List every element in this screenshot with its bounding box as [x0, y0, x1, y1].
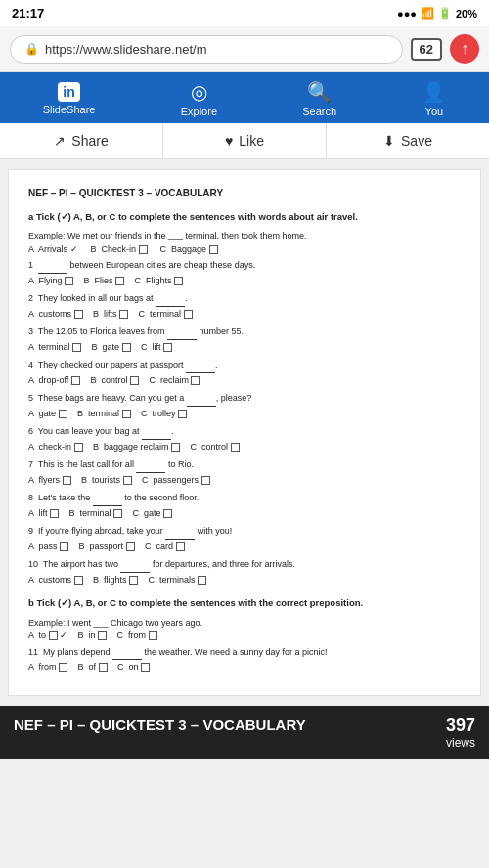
question-1: 1 between European cities are cheap thes… [28, 259, 461, 287]
example-a: Example: We met our friends in the ___ t… [28, 230, 461, 256]
ex-a-opt-c: C Baggage [160, 243, 218, 257]
bottom-title: NEF – PI – QUICKTEST 3 – VOCABULARY [14, 716, 306, 735]
question-7: 7 This is the last call for all to Rio. … [28, 458, 461, 487]
q10-text: 10 The airport has two for departures, a… [28, 558, 461, 573]
share-icon: ↗ [54, 133, 66, 149]
ex-a-opt-b: B Check-in [91, 243, 148, 257]
q8-text: 8 Let's take the to the second floor. [28, 492, 461, 506]
bottom-bar: NEF – PI – QUICKTEST 3 – VOCABULARY 397 … [0, 706, 489, 760]
q10-options: A customs B flights C terminals [28, 574, 461, 587]
q5-text: 5 These bags are heavy. Can you get a , … [28, 392, 461, 407]
q1-text: 1 between European cities are cheap thes… [28, 259, 461, 274]
share-button[interactable]: ↗ Share [0, 123, 163, 158]
q11-options: A from B of C on [28, 661, 461, 674]
save-label: Save [401, 133, 432, 149]
question-2: 2 They looked in all our bags at . A cus… [28, 292, 461, 321]
action-bar: ↗ Share ♥ Like ⬇ Save [0, 123, 489, 159]
explore-icon: ◎ [191, 80, 207, 104]
lock-icon: 🔒 [24, 42, 39, 56]
nav-item-search[interactable]: 🔍 Search [302, 80, 336, 117]
question-5: 5 These bags are heavy. Can you get a , … [28, 392, 461, 420]
q7-options: A flyers B tourists C passengers [28, 474, 461, 488]
doc-title: NEF – PI – QUICKTEST 3 – VOCABULARY [28, 186, 461, 200]
q6-text: 6 You can leave your bag at . [28, 425, 461, 440]
status-icons: ●●● 📶 🔋 20% [397, 7, 477, 20]
nav-label-you: You [425, 106, 444, 117]
save-button[interactable]: ⬇ Save [327, 123, 489, 158]
q8-options: A lift B terminal C gate [28, 507, 461, 521]
q11-text: 11 My plans depend the weather. We need … [28, 646, 461, 661]
q3-options: A terminal B gate C lift [28, 341, 461, 355]
views-block: 397 views [446, 716, 475, 750]
question-9: 9 If you're flying abroad, take your wit… [28, 525, 461, 553]
heart-icon: ♥ [225, 133, 233, 149]
nav-label-explore: Explore [181, 106, 217, 117]
section-b-label: b Tick (✓) A, B, or C to complete the se… [28, 596, 461, 610]
question-11: 11 My plans depend the weather. We need … [28, 646, 461, 674]
q4-text: 4 They checked our papers at passport . [28, 359, 461, 373]
slideshare-icon: in [58, 82, 79, 102]
views-count: 397 [446, 716, 475, 736]
q4-options: A drop-off B control C reclaim [28, 374, 461, 388]
example-a-text: Example: We met our friends in the ___ t… [28, 230, 461, 243]
example-b-text: Example: I went ___ Chicago two years ag… [28, 617, 461, 630]
refresh-button[interactable]: ↑ [450, 34, 479, 64]
you-icon: 👤 [422, 80, 446, 104]
nav-bar: in SlideShare ◎ Explore 🔍 Search 👤 You [0, 72, 489, 123]
question-10: 10 The airport has two for departures, a… [28, 558, 461, 586]
q9-options: A pass B passport C card [28, 541, 461, 554]
q3-text: 3 The 12.05 to Florida leaves from numbe… [28, 326, 461, 340]
document-area: NEF – PI – QUICKTEST 3 – VOCABULARY a Ti… [8, 169, 481, 696]
share-label: Share [71, 133, 108, 149]
example-b-options: A to ✓ B in C from [28, 629, 461, 643]
nav-item-explore[interactable]: ◎ Explore [181, 80, 217, 117]
tab-count[interactable]: 62 [411, 38, 442, 61]
nav-label-search: Search [302, 106, 336, 117]
battery-icon: 🔋 [438, 7, 452, 20]
nav-label-slideshare: SlideShare [43, 104, 96, 115]
like-button[interactable]: ♥ Like [163, 123, 327, 158]
q2-text: 2 They looked in all our bags at . [28, 292, 461, 307]
q5-options: A gate B terminal C trolley [28, 408, 461, 421]
status-bar: 21:17 ●●● 📶 🔋 20% [0, 0, 489, 26]
question-4: 4 They checked our papers at passport . … [28, 359, 461, 387]
example-a-options: A Arrivals ✓ B Check-in C Baggage [28, 243, 461, 257]
signal-icon: ●●● [397, 8, 417, 20]
save-icon: ⬇ [383, 133, 395, 149]
q1-options: A Flying B Flies C Flights [28, 275, 461, 288]
url-input[interactable]: 🔒 https://www.slideshare.net/m [10, 35, 403, 64]
nav-item-slideshare[interactable]: in SlideShare [43, 82, 96, 115]
views-label: views [446, 736, 475, 750]
url-text: https://www.slideshare.net/m [45, 42, 206, 57]
battery-level: 20% [456, 8, 477, 20]
q7-text: 7 This is the last call for all to Rio. [28, 458, 461, 473]
section-a-label: a Tick (✓) A, B, or C to complete the se… [28, 210, 461, 224]
like-label: Like [239, 133, 264, 149]
nav-item-you[interactable]: 👤 You [422, 80, 446, 117]
q9-text: 9 If you're flying abroad, take your wit… [28, 525, 461, 540]
search-icon: 🔍 [307, 80, 332, 104]
question-3: 3 The 12.05 to Florida leaves from numbe… [28, 326, 461, 354]
question-8: 8 Let's take the to the second floor. A … [28, 492, 461, 520]
url-bar: 🔒 https://www.slideshare.net/m 62 ↑ [0, 26, 489, 72]
example-b: Example: I went ___ Chicago two years ag… [28, 617, 461, 643]
ex-a-opt-a: A Arrivals ✓ [28, 243, 78, 257]
section-b: b Tick (✓) A, B, or C to complete the se… [28, 596, 461, 673]
question-6: 6 You can leave your bag at . A check-in… [28, 425, 461, 454]
q6-options: A check-in B baggage reclaim C control [28, 441, 461, 455]
q2-options: A customs B lifts C terminal [28, 308, 461, 322]
wifi-icon: 📶 [421, 7, 434, 20]
time: 21:17 [12, 6, 44, 21]
